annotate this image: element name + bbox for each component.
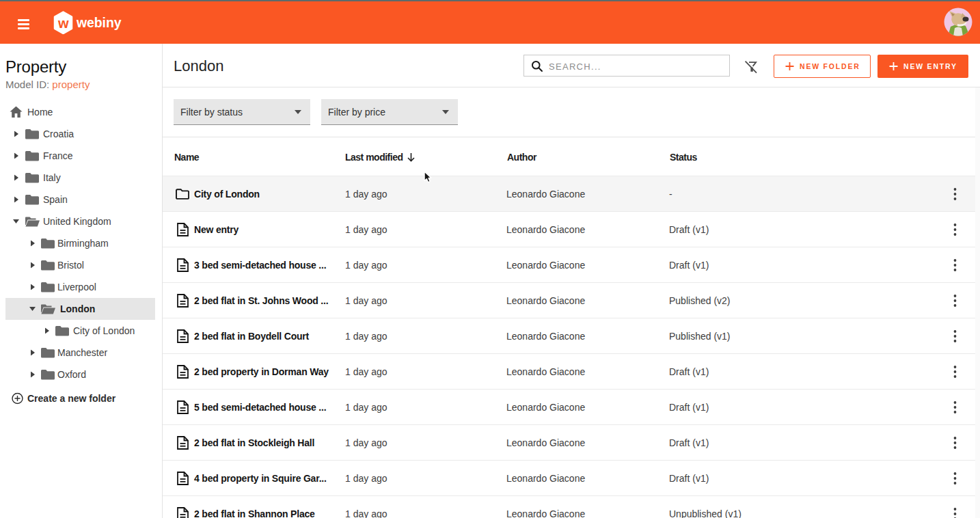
svg-text:w: w — [57, 16, 69, 31]
